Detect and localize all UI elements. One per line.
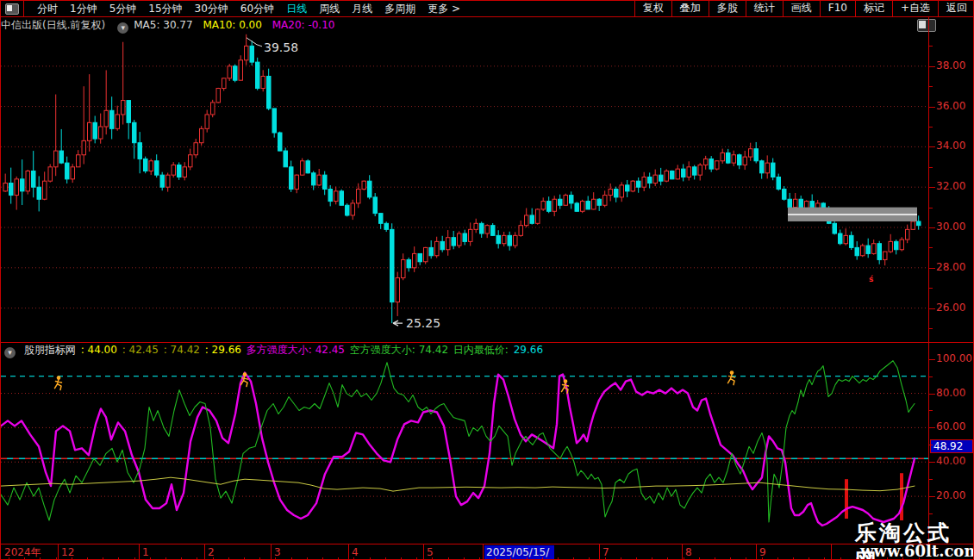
svg-text:ś: ś xyxy=(869,275,873,283)
toolbar-button-5[interactable]: F10 xyxy=(820,1,855,16)
toolbar-button-6[interactable]: 标记 xyxy=(855,1,892,16)
price-axis-label: 36.00 xyxy=(936,100,965,112)
ma10-value: MA10: 0.00 xyxy=(203,19,261,31)
indicator-header-seg-2: : 42.45 xyxy=(119,344,159,356)
runner-icon xyxy=(55,376,62,389)
period-tab-2[interactable]: 5分钟 xyxy=(103,1,143,16)
indicator-header-seg-4: : 29.66 xyxy=(202,344,241,356)
period-tab-6[interactable]: 日线 xyxy=(280,1,313,16)
symbol-title: 中信出版(日线.前复权) xyxy=(1,19,105,31)
period-tab-9[interactable]: 多周期 xyxy=(378,1,421,16)
top-toolbar: 分时1分钟5分钟15分钟30分钟60分钟日线周线月线多周期更多 > 复权叠加多股… xyxy=(1,1,974,17)
time-axis-month: 1 xyxy=(142,545,149,559)
toolbar-button-1[interactable]: 叠加 xyxy=(671,1,709,16)
period-tab-5[interactable]: 60分钟 xyxy=(234,1,280,16)
ma20-value: MA20: -0.10 xyxy=(272,19,335,31)
period-tab-0[interactable]: 分时 xyxy=(31,1,64,16)
indicator-header-seg-6: 空方强度大小: 74.42 xyxy=(347,344,448,356)
indicator-axis-label: 20.00 xyxy=(936,489,965,501)
candlestick-chart[interactable]: 39.5825.25Ŝś财 xyxy=(1,34,929,343)
price-axis-label: 28.00 xyxy=(936,261,965,273)
period-tabs: 分时1分钟5分钟15分钟30分钟60分钟日线周线月线多周期更多 > xyxy=(24,1,466,16)
toolbar-button-8[interactable]: 返回 xyxy=(938,1,974,16)
indicator-header-seg-3: : 74.42 xyxy=(160,344,200,356)
toolbar-button-3[interactable]: 统计 xyxy=(746,1,783,16)
indicator-header-seg-5: 多方强度大小: 42.45 xyxy=(243,344,345,356)
price-axis-label: 32.00 xyxy=(936,180,965,192)
toolbar-button-7[interactable]: +自选 xyxy=(892,1,938,16)
indicator-chart[interactable] xyxy=(1,352,929,544)
trading-app-window: 分时1分钟5分钟15分钟30分钟60分钟日线周线月线多周期更多 > 复权叠加多股… xyxy=(0,0,974,560)
chart-title-bar: 中信出版(日线.前复权)▾MA5: 30.77 MA10: 0.00 MA20:… xyxy=(1,17,928,34)
right-axis: 48.92 38.0036.0034.0032.0030.0028.0026.0… xyxy=(929,16,974,544)
toolbar-button-4[interactable]: 画线 xyxy=(783,1,820,16)
period-tab-4[interactable]: 30分钟 xyxy=(189,1,234,16)
price-axis-label: 30.00 xyxy=(936,221,965,233)
chevron-down-icon[interactable]: ▾ xyxy=(4,347,16,358)
time-axis-year: 2024年 xyxy=(4,545,41,559)
time-axis: 2024年12123457892025/05/15/四 xyxy=(1,544,974,560)
toolbar-buttons: 复权叠加多股统计画线F10标记+自选返回 xyxy=(634,1,974,16)
price-axis-label: 26.00 xyxy=(936,302,965,314)
toolbar-button-2[interactable]: 多股 xyxy=(709,1,746,16)
period-tab-7[interactable]: 周线 xyxy=(313,1,346,16)
axis-vline xyxy=(928,16,929,560)
period-tab-10[interactable]: 更多 > xyxy=(421,1,466,16)
time-axis-month: 8 xyxy=(685,545,692,559)
indicator-axis-label: 100.00 xyxy=(936,352,972,364)
period-tab-1[interactable]: 1分钟 xyxy=(64,1,103,16)
indicator-axis-label: 40.00 xyxy=(936,455,965,467)
indicator-header-seg-1: : 44.00 xyxy=(78,344,117,356)
indicator-axis-label: 60.00 xyxy=(936,420,965,432)
panel-divider[interactable] xyxy=(1,342,974,343)
price-axis-label: 34.00 xyxy=(936,140,965,152)
indicator-axis-label: 80.00 xyxy=(936,387,965,399)
svg-text:25.25: 25.25 xyxy=(406,316,440,330)
period-tab-3[interactable]: 15分钟 xyxy=(142,1,188,16)
watermark-url: www.60lt.com xyxy=(860,542,974,560)
runner-icon xyxy=(728,370,735,384)
indicator-header-seg-7: 日内最低价: xyxy=(450,344,509,356)
toolbar-button-0[interactable]: 复权 xyxy=(634,1,671,16)
runner-icon xyxy=(562,379,569,393)
indicator-header-seg-0: 股朋指标网 xyxy=(24,344,76,356)
price-axis-label: 38.00 xyxy=(936,59,965,72)
indicator-header: ▾ 股朋指标网 : 44.00 : 42.45 : 74.42 : 29.66 … xyxy=(3,344,545,356)
indicator-header-seg-8: 29.66 xyxy=(510,344,543,356)
svg-text:39.58: 39.58 xyxy=(264,40,298,54)
indicator-value-badge: 48.92 xyxy=(930,439,973,453)
ma5-value: MA5: 30.77 xyxy=(134,19,192,31)
chevron-down-icon[interactable]: ▾ xyxy=(117,22,128,34)
period-tab-8[interactable]: 月线 xyxy=(346,1,378,16)
window-layout-icon[interactable] xyxy=(1,1,24,16)
